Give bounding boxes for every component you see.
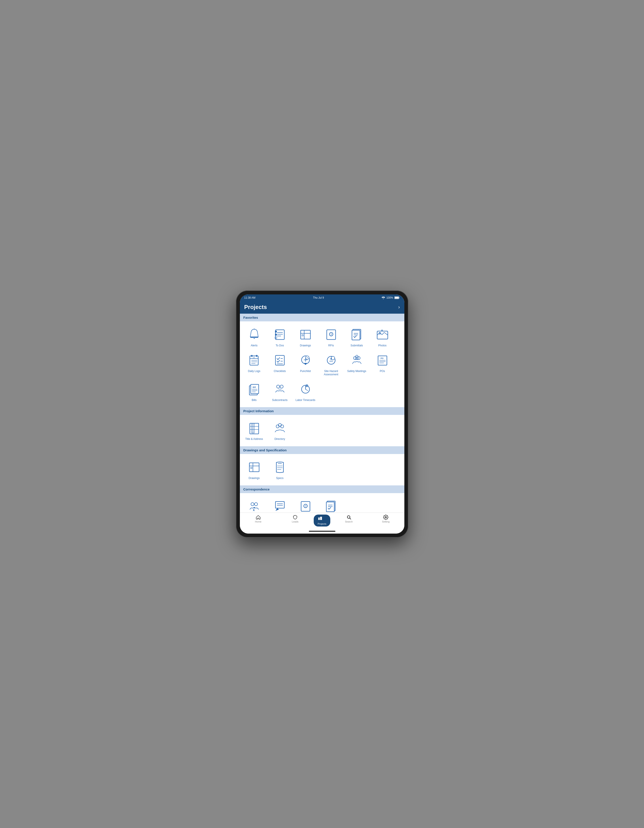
labor-timecards-label: Labor Timecards — [295, 398, 315, 402]
title-address-label: Title & Address — [245, 438, 263, 441]
status-bar: 11:38 AM Thu Jul 9 100% — [240, 295, 404, 301]
svg-rect-2 — [395, 297, 399, 299]
tab-home[interactable]: Home — [240, 514, 277, 527]
nav-item-pos[interactable]: PO POs — [370, 351, 394, 378]
svg-text:Sub: Sub — [278, 388, 281, 390]
nav-item-journals[interactable]: Journals — [268, 497, 292, 513]
svg-rect-9 — [275, 331, 277, 332]
svg-text:Bill: Bill — [253, 386, 256, 388]
svg-line-67 — [306, 389, 308, 390]
nav-item-rfis[interactable]: ? RFIs — [319, 325, 343, 349]
svg-point-136 — [347, 516, 350, 518]
subcontracts-label: Subcontracts — [272, 398, 287, 402]
nav-item-specs[interactable]: Specs — [268, 458, 292, 482]
settings-icon — [383, 514, 388, 520]
home-indicator — [240, 529, 404, 533]
svg-rect-81 — [251, 467, 252, 469]
device-frame: 11:38 AM Thu Jul 9 100% Projects › — [236, 290, 408, 538]
drawings2-label: Drawings — [248, 477, 259, 480]
todos-icon — [272, 327, 288, 343]
nav-item-submittals[interactable]: Submittals — [345, 325, 369, 349]
punchlist-label: Punchlist — [300, 370, 311, 373]
svg-text:+: + — [306, 356, 308, 359]
nav-item-punchlist[interactable]: + Punchlist — [294, 351, 318, 378]
nav-item-drawings[interactable]: Drawings — [294, 325, 318, 349]
tab-setting[interactable]: Setting — [367, 514, 404, 527]
nav-item-subcontracts[interactable]: Sub Subcontracts — [268, 380, 292, 404]
svg-point-86 — [254, 503, 258, 506]
section-body-correspondence: Issues Journals — [240, 493, 404, 513]
page-title: Projects — [244, 304, 267, 310]
tab-setting-label: Setting — [382, 520, 390, 523]
safety-meetings-label: Safety Meetings — [347, 370, 366, 373]
nav-item-photos[interactable]: Photos — [370, 325, 394, 349]
punchlist-icon: + — [298, 352, 314, 368]
rfis2-icon: ? — [298, 499, 314, 513]
leads-icon — [292, 514, 298, 520]
nav-item-issues[interactable]: Issues — [242, 497, 266, 513]
submittals-icon — [349, 327, 365, 343]
nav-item-checklists[interactable]: Checklists — [268, 351, 292, 378]
directory-icon — [272, 420, 288, 436]
specs-icon — [272, 459, 288, 475]
app-header: Projects › — [240, 301, 404, 314]
specs-label: Specs — [276, 477, 283, 480]
submittals2-icon — [323, 499, 339, 513]
svg-text:+: + — [356, 356, 357, 358]
header-chevron-icon[interactable]: › — [398, 304, 400, 310]
nav-item-submittals2[interactable]: Submittals — [319, 497, 343, 513]
svg-rect-57 — [251, 384, 259, 394]
tab-bar: Home Leads Projects — [240, 513, 404, 529]
rfis-label: RFIs — [328, 344, 334, 348]
svg-rect-72 — [253, 423, 254, 433]
svg-rect-134 — [318, 518, 319, 520]
daily-logs-icon: 12 — [246, 352, 262, 368]
nav-item-labor-timecards[interactable]: Labor Timecards — [294, 380, 318, 404]
nav-item-daily-logs[interactable]: 12 Daily Logs — [242, 351, 266, 378]
svg-rect-3 — [250, 337, 258, 338]
screen: 11:38 AM Thu Jul 9 100% Projects › — [240, 295, 404, 533]
battery-icon — [394, 296, 400, 299]
svg-line-137 — [350, 518, 351, 519]
status-time: 11:38 AM — [244, 296, 256, 299]
svg-rect-71 — [251, 423, 253, 433]
content-scroll-area[interactable]: Favorites Alerts — [240, 314, 404, 513]
nav-item-drawings2[interactable]: Drawings — [242, 458, 266, 482]
labor-timecards-icon — [298, 381, 314, 397]
home-bar — [309, 531, 335, 532]
alerts-icon — [246, 327, 262, 343]
search-icon — [346, 514, 352, 520]
wifi-icon — [382, 296, 385, 299]
svg-point-138 — [385, 517, 386, 518]
nav-item-bills[interactable]: Bill Bills — [242, 380, 266, 404]
svg-text:?: ? — [305, 505, 306, 508]
nav-item-site-hazard[interactable]: Site Hazard Assessment — [319, 351, 343, 378]
bills-label: Bills — [251, 398, 256, 402]
nav-item-title-address[interactable]: Title & Address — [242, 419, 266, 443]
site-hazard-label: Site Hazard Assessment — [320, 370, 342, 376]
svg-point-87 — [254, 507, 255, 508]
status-date: Thu Jul 9 — [313, 296, 324, 299]
tab-leads[interactable]: Leads — [277, 514, 314, 527]
nav-item-safety-meetings[interactable]: + Safety Meetings — [345, 351, 369, 378]
svg-point-62 — [276, 385, 280, 388]
svg-rect-27 — [256, 355, 258, 357]
svg-rect-135 — [320, 517, 322, 520]
svg-rect-23 — [377, 331, 388, 339]
section-body-project-info: Title & Address Directory — [240, 415, 404, 446]
tab-projects[interactable]: Projects — [314, 514, 330, 527]
submittals-label: Submittals — [350, 344, 363, 348]
svg-rect-88 — [275, 502, 284, 508]
nav-item-todos[interactable]: To Dos — [268, 325, 292, 349]
alerts-label: Alerts — [251, 344, 258, 348]
nav-item-directory[interactable]: Directory — [268, 419, 292, 443]
nav-item-alerts[interactable]: Alerts — [242, 325, 266, 349]
safety-meetings-icon: + — [349, 352, 365, 368]
daily-logs-label: Daily Logs — [248, 370, 260, 373]
section-header-favorites: Favorites — [240, 314, 404, 321]
tab-search[interactable]: Search — [330, 514, 367, 527]
rfis-icon: ? — [323, 327, 339, 343]
nav-item-rfis2[interactable]: ? RFIs — [294, 497, 318, 513]
todos-label: To Dos — [276, 344, 284, 348]
directory-label: Directory — [274, 438, 285, 441]
